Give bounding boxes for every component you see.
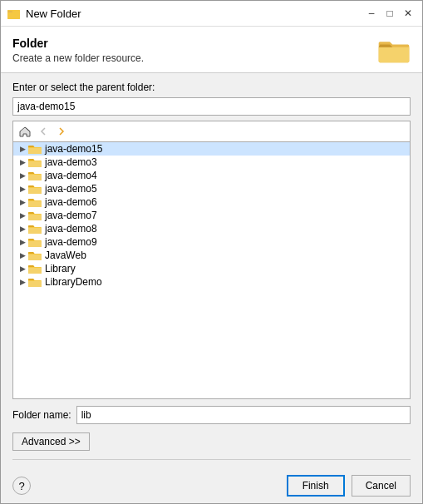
tree-item-label: java-demo8 bbox=[45, 223, 97, 235]
tree-item-label: java-demo5 bbox=[45, 183, 97, 195]
help-button[interactable]: ? bbox=[12, 477, 31, 495]
tree-expand-arrow: ▶ bbox=[17, 158, 28, 166]
close-button[interactable]: ✕ bbox=[401, 6, 416, 21]
title-bar-left: New Folder bbox=[7, 7, 81, 20]
tree-folder-icon bbox=[28, 250, 42, 261]
tree-folder-icon bbox=[28, 156, 42, 168]
header-description: Create a new folder resource. bbox=[12, 52, 144, 64]
folder-name-input[interactable] bbox=[76, 406, 411, 424]
tree-folder-icon bbox=[28, 263, 42, 274]
tree-item-label: java-demo3 bbox=[45, 156, 97, 168]
tree-item-label: java-demo7 bbox=[45, 210, 97, 221]
folder-name-label: Folder name: bbox=[12, 409, 71, 421]
tree-toolbar bbox=[12, 121, 411, 141]
tree-item[interactable]: ▶ LibraryDemo bbox=[13, 275, 410, 289]
title-bar-folder-icon bbox=[7, 7, 21, 20]
tree-item[interactable]: ▶ java-demo5 bbox=[13, 182, 410, 195]
title-bar: New Folder – □ ✕ bbox=[1, 1, 422, 27]
tree-item-label: LibraryDemo bbox=[45, 276, 102, 288]
path-label: Enter or select the parent folder: bbox=[12, 82, 411, 93]
advanced-button[interactable]: Advanced >> bbox=[12, 432, 90, 451]
tree-expand-arrow: ▶ bbox=[17, 171, 28, 180]
tree-folder-icon bbox=[28, 276, 42, 288]
tree-expand-arrow: ▶ bbox=[17, 251, 28, 259]
tree-folder-icon bbox=[28, 143, 42, 155]
forward-button[interactable] bbox=[53, 123, 70, 140]
tree-item[interactable]: ▶ java-demo15 bbox=[13, 142, 410, 156]
new-folder-dialog: New Folder – □ ✕ Folder Create a new fol… bbox=[0, 0, 423, 504]
tree-item-label: JavaWeb bbox=[45, 250, 86, 261]
tree-expand-arrow: ▶ bbox=[17, 225, 28, 233]
tree-expand-arrow: ▶ bbox=[17, 264, 28, 273]
svg-rect-3 bbox=[7, 11, 12, 12]
footer: ? Finish Cancel bbox=[1, 468, 422, 503]
tree-item-label: java-demo15 bbox=[45, 143, 102, 155]
back-button[interactable] bbox=[35, 123, 52, 140]
tree-expand-arrow: ▶ bbox=[17, 185, 28, 193]
advanced-section: Advanced >> bbox=[12, 432, 411, 451]
header-folder-icon bbox=[377, 37, 411, 64]
tree-folder-icon bbox=[28, 210, 42, 221]
title-bar-title: New Folder bbox=[26, 7, 81, 20]
tree-item[interactable]: ▶ java-demo8 bbox=[13, 222, 410, 235]
header-heading: Folder bbox=[12, 37, 144, 50]
tree-item-label: Library bbox=[45, 263, 76, 274]
tree-item[interactable]: ▶ java-demo6 bbox=[13, 195, 410, 209]
path-input[interactable] bbox=[12, 97, 411, 116]
tree-item[interactable]: ▶ Library bbox=[13, 262, 410, 275]
tree-item[interactable]: ▶ java-demo9 bbox=[13, 235, 410, 249]
tree-folder-icon bbox=[28, 196, 42, 208]
main-content: Enter or select the parent folder: bbox=[1, 73, 422, 468]
tree-item[interactable]: ▶ java-demo7 bbox=[13, 209, 410, 222]
home-button[interactable] bbox=[17, 123, 33, 140]
tree-folder-icon bbox=[28, 236, 42, 248]
tree-expand-arrow: ▶ bbox=[17, 278, 28, 286]
header-section: Folder Create a new folder resource. bbox=[1, 27, 422, 73]
maximize-button[interactable]: □ bbox=[382, 6, 397, 21]
tree-folder-icon bbox=[28, 183, 42, 195]
header-text: Folder Create a new folder resource. bbox=[12, 37, 144, 64]
tree-container[interactable]: ▶ java-demo15▶ java-demo3▶ java-demo4▶ j… bbox=[12, 141, 411, 399]
cancel-button[interactable]: Cancel bbox=[352, 475, 411, 497]
tree-expand-arrow: ▶ bbox=[17, 211, 28, 220]
tree-expand-arrow: ▶ bbox=[17, 238, 28, 246]
tree-expand-arrow: ▶ bbox=[17, 145, 28, 153]
title-bar-controls: – □ ✕ bbox=[364, 6, 416, 21]
tree-expand-arrow: ▶ bbox=[17, 198, 28, 206]
footer-left: ? bbox=[12, 477, 31, 495]
tree-item[interactable]: ▶ JavaWeb bbox=[13, 249, 410, 262]
footer-buttons: Finish Cancel bbox=[287, 475, 411, 497]
tree-item[interactable]: ▶ java-demo3 bbox=[13, 156, 410, 169]
folder-name-row: Folder name: bbox=[12, 406, 411, 424]
tree-folder-icon bbox=[28, 223, 42, 235]
minimize-button[interactable]: – bbox=[364, 6, 379, 21]
tree-item-label: java-demo4 bbox=[45, 170, 97, 181]
tree-item-label: java-demo9 bbox=[45, 236, 97, 248]
divider bbox=[12, 459, 411, 460]
tree-item-label: java-demo6 bbox=[45, 196, 97, 208]
tree-folder-icon bbox=[28, 170, 42, 181]
tree-item[interactable]: ▶ java-demo4 bbox=[13, 169, 410, 182]
finish-button[interactable]: Finish bbox=[287, 475, 345, 497]
